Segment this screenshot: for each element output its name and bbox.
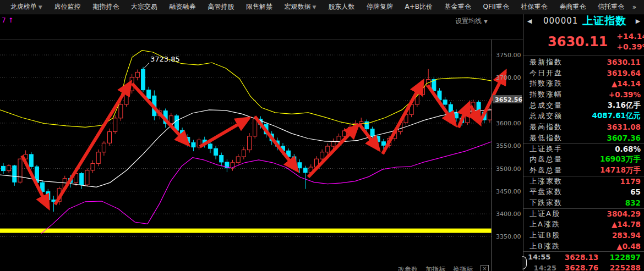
quote-row: 最低指数3607.36 <box>523 132 644 143</box>
trend-arrow <box>255 117 297 170</box>
quote-row-value: 3619.64 <box>607 69 641 78</box>
tick-time: 14:25 <box>528 264 556 271</box>
prev-stock-icon[interactable]: ◀ <box>526 18 533 25</box>
ma-settings-label: 设置均线 <box>455 17 482 25</box>
stock-name[interactable]: 上证指数 <box>582 14 634 28</box>
quote-row-value: 3607.36 <box>607 134 641 142</box>
quote-row-value: 4087.61亿元 <box>592 111 641 121</box>
menu-item[interactable]: 期指持仓 <box>86 2 125 12</box>
stock-code: 000001 <box>543 16 578 26</box>
menu-item[interactable]: 券商重仓 <box>553 2 592 12</box>
close-indicator-icon[interactable]: × <box>481 265 489 271</box>
quote-row: 最新指数3630.11 <box>523 57 644 68</box>
trend-arrow <box>308 125 358 177</box>
y-axis-label: 3450.00 <box>496 188 521 195</box>
tick-list[interactable]: 14:553628.1312289714:253628.76225288 <box>523 251 644 271</box>
y-axis-label: 3700.00 <box>496 74 521 81</box>
quote-row-label: 最高指数 <box>530 122 563 132</box>
support-band <box>0 229 492 233</box>
trend-arrow <box>200 118 249 147</box>
quote-header: ◀ 000001 上证指数 ▶ <box>523 14 644 27</box>
quote-row: 总成交量3.16亿手 <box>523 100 644 111</box>
quote-panel: ◀ 000001 上证指数 ▶ 3630.11 +14.14 +0.39% 最新… <box>523 14 644 271</box>
quote-row-label: 今日开盘 <box>530 68 563 78</box>
change-params-link[interactable]: 改参数 <box>398 265 418 271</box>
menu-item[interactable]: 融资融券 <box>163 2 202 12</box>
chevron-down-icon: ▼ <box>484 19 488 24</box>
menu-item[interactable]: 信托重仓 <box>592 2 630 12</box>
quote-row-label: 上A涨跌 <box>530 219 560 229</box>
quote-row: 外盘总量14718万手 <box>523 165 644 176</box>
chart-bottom-links: 改参数 加指标 换指标 × <box>0 265 523 271</box>
y-axis-label: 3750.00 <box>496 52 521 59</box>
candlestick-chart[interactable]: 3723.853750.003700.003650.003600.003550.… <box>0 27 523 271</box>
price-block: 3630.11 +14.14 +0.39% <box>523 27 644 56</box>
menu-item[interactable]: 高管持股 <box>201 2 240 12</box>
quote-row: 上涨家数1179 <box>523 176 644 187</box>
quote-row-label: 总成交量 <box>530 101 563 110</box>
quote-row-value: 3631.08 <box>607 123 641 131</box>
quote-row-value: 14718万手 <box>600 165 641 175</box>
quote-row: 今日开盘3619.64 <box>523 68 644 79</box>
quote-row-value: +0.39% <box>609 90 641 99</box>
quote-row: 下跌家数832 <box>523 197 644 208</box>
menu-item[interactable]: 股东人数 <box>322 2 361 12</box>
add-indicator-link[interactable]: 加指标 <box>425 265 445 271</box>
tick-row: 14:553628.13122897 <box>523 252 644 263</box>
menu-item[interactable]: 社保重仓 <box>515 2 554 12</box>
quote-row: 上A涨跌▲14.78 <box>523 219 644 230</box>
quote-row-value: 3804.29 <box>607 209 641 218</box>
quote-row-label: 上证A股 <box>530 209 560 219</box>
tick-price: 3628.13 <box>556 253 607 262</box>
menu-item[interactable]: QFII重仓 <box>477 2 515 12</box>
menu-item[interactable]: 宏观数据▼ <box>279 2 323 12</box>
menu-more-icon[interactable]: » <box>630 3 638 11</box>
ma-settings-dropdown[interactable]: 设置均线▼ <box>455 16 488 26</box>
quote-row-value: 3.16亿手 <box>608 101 641 110</box>
quote-row: 上证B股283.94 <box>523 230 644 241</box>
quote-row-label: 指数涨幅 <box>530 90 563 99</box>
quote-row-value: 65 <box>630 187 641 196</box>
quote-row-label: 平盘家数 <box>530 187 563 197</box>
quote-row-label: 最低指数 <box>530 133 563 143</box>
next-stock-icon[interactable]: ▶ <box>634 18 642 25</box>
quote-row-label: 内盘总量 <box>530 154 563 164</box>
tick-volume: 225288 <box>607 263 641 271</box>
quote-row-value: ▲0.48 <box>616 242 641 251</box>
y-axis-label: 3600.00 <box>496 120 521 127</box>
quote-row-value: 16903万手 <box>600 154 641 164</box>
quote-row: 指数涨幅+0.39% <box>523 89 644 100</box>
annotation-price-label: 3723.85 <box>150 55 180 63</box>
menu-item[interactable]: 基金重仓 <box>439 2 477 12</box>
quote-row-label: 上涨家数 <box>530 176 563 186</box>
menu-item[interactable]: 停牌复牌 <box>361 2 399 12</box>
quote-row-value: ▲14.78 <box>612 220 641 229</box>
tick-row: 14:253628.76225288 <box>523 263 644 271</box>
quote-row-value: 1179 <box>620 177 641 186</box>
quote-row-label: 外盘总量 <box>530 165 563 175</box>
menu-item[interactable]: 大宗交易 <box>125 2 163 12</box>
quote-row-label: 上B涨跌 <box>530 241 560 251</box>
quote-row-label: 最新指数 <box>530 57 563 67</box>
quote-row-value: 3630.11 <box>607 58 641 67</box>
quote-row-label: 上证B股 <box>530 230 560 240</box>
chart-canvas[interactable]: 3723.853750.003700.003650.003600.003550.… <box>0 27 523 271</box>
quote-row: 上B涨跌▲0.48 <box>523 241 644 252</box>
menu-item[interactable]: A+B比价 <box>399 2 439 12</box>
switch-indicator-link[interactable]: 换指标 <box>453 265 473 271</box>
chevron-down-icon: ▼ <box>39 4 42 10</box>
quote-row: 指数涨跌▲14.14 <box>523 78 644 89</box>
trend-arrow <box>55 82 130 204</box>
quote-row: 平盘家数65 <box>523 186 644 197</box>
quote-row-value: 0.68% <box>615 145 641 153</box>
quote-row: 上证换手0.68% <box>523 143 644 154</box>
quote-row-value: ▲14.14 <box>612 79 641 88</box>
menu-item[interactable]: 龙虎榜单▼ <box>4 2 48 12</box>
price-change: +14.14 <box>616 32 644 41</box>
price-change-pct: +0.39% <box>616 42 644 51</box>
menu-item[interactable]: 席位监控 <box>48 2 87 12</box>
last-price: 3630.11 <box>548 34 608 49</box>
price-marker-label: 3652.56 <box>495 96 522 103</box>
ma-period-label: 7 ↑ <box>2 16 14 24</box>
menu-item[interactable]: 限售解禁 <box>240 2 279 12</box>
